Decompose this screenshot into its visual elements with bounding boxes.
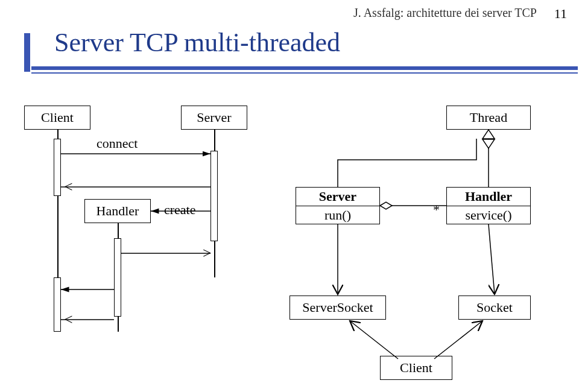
svg-line-11 bbox=[489, 224, 495, 294]
class-diagram-svg bbox=[0, 0, 579, 392]
svg-line-12 bbox=[350, 321, 398, 359]
svg-line-13 bbox=[434, 321, 482, 359]
